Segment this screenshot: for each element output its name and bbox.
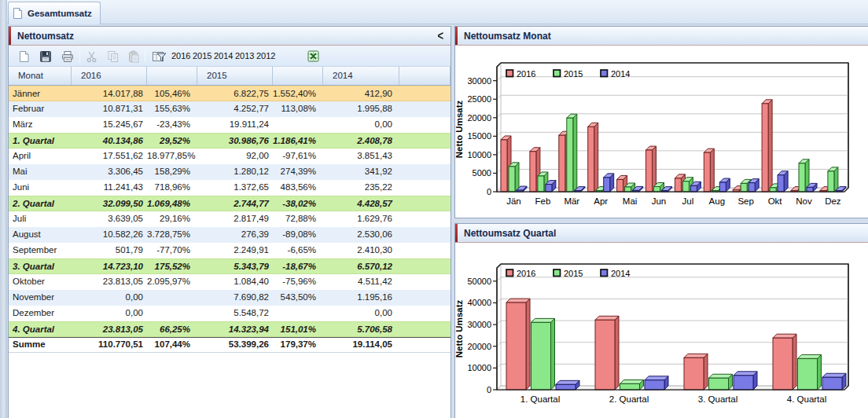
cell: 175,52% — [147, 259, 197, 273]
panel-nettoumsatz-quartal: Nettoumsatz Quartal 01000020000300004000… — [454, 223, 868, 418]
toolbar: 20162015201420132012 — [9, 46, 451, 67]
table-row-september[interactable]: September501,79-77,70%2.249,91-6,65%2.41… — [9, 243, 451, 258]
cell: 19.114,05 — [323, 338, 399, 352]
paste-button[interactable] — [127, 50, 141, 63]
cell: 113,08% — [273, 101, 323, 117]
cell: 0,00 — [323, 306, 399, 321]
cell: -23,43% — [147, 117, 197, 133]
cell — [399, 86, 451, 101]
table-row-4-quartal[interactable]: 4. Quartal23.813,0566,25%14.323,94151,01… — [9, 321, 451, 337]
svg-text:Netto Umsatz: Netto Umsatz — [455, 300, 464, 358]
svg-text:30000: 30000 — [467, 76, 491, 86]
column-header-pct4[interactable] — [273, 67, 323, 85]
copy-button[interactable] — [106, 50, 120, 63]
table-row-summe[interactable]: Summe110.770,51107,44%53.399,26179,37%19… — [9, 337, 451, 353]
table-row-november[interactable]: November0,007.690,82543,50%1.195,16 — [9, 290, 451, 306]
table-row-3-quartal[interactable]: 3. Quartal14.723,10175,52%5.343,79-18,67… — [9, 258, 451, 274]
column-header-Monat[interactable]: Monat — [9, 67, 72, 85]
table-row-mai[interactable]: Mai3.306,45158,29%1.280,12274,39%341,92 — [9, 164, 451, 180]
cell: 29,52% — [147, 134, 197, 148]
tab-label: Gesamtumsatz — [28, 9, 92, 18]
row-label: 2. Quartal — [9, 196, 72, 211]
svg-text:2016: 2016 — [517, 69, 535, 79]
cell: 3.306,45 — [72, 164, 147, 180]
svg-text:2016: 2016 — [517, 269, 535, 278]
cell: 155,63% — [147, 101, 197, 117]
column-header-pct6[interactable] — [399, 67, 451, 85]
print-button[interactable] — [61, 50, 75, 63]
table-row-dezember[interactable]: Dezember0,005.548,720,00 — [9, 306, 451, 321]
excel-export-button[interactable] — [306, 50, 320, 63]
cell — [399, 243, 451, 258]
save-button[interactable] — [39, 50, 53, 63]
cell: 2.744,77 — [197, 196, 273, 211]
cut-button[interactable] — [84, 50, 98, 63]
table-row-august[interactable]: August10.582,263.728,75%276,39-89,08%2.5… — [9, 227, 451, 243]
table-row-oktober[interactable]: Oktober23.813,052.095,97%1.084,40-75,96%… — [9, 274, 451, 290]
column-header-pct2[interactable] — [147, 67, 197, 85]
table-row-2-quartal[interactable]: 2. Quartal32.099,501.069,48%2.744,77-38,… — [9, 196, 451, 211]
table-row-j-nner[interactable]: Jänner14.017,88105,46%6.822,751.552,40%4… — [9, 86, 451, 101]
cell: 501,79 — [72, 243, 147, 258]
cell — [399, 117, 451, 133]
cell: 5.706,58 — [323, 322, 399, 336]
panel-title: Nettoumsatz Monat — [464, 31, 551, 42]
cell: 5.548,72 — [197, 306, 273, 321]
year-button-2015[interactable]: 2015 — [193, 51, 211, 60]
svg-text:10000: 10000 — [467, 150, 491, 160]
table-row-juli[interactable]: Juli3.639,0529,16%2.817,4972,88%1.629,76 — [9, 211, 451, 227]
cell: 23.813,05 — [72, 274, 147, 290]
row-label: Mai — [9, 164, 72, 180]
cell — [399, 180, 451, 196]
year-button-2014[interactable]: 2014 — [214, 51, 233, 60]
column-header-2014[interactable]: 2014 — [323, 67, 399, 85]
column-header-2015[interactable]: 2015 — [197, 67, 273, 85]
cell: 2.410,30 — [323, 243, 399, 258]
table-row-april[interactable]: April17.551,6218.977,85%92,00-97,61%3.85… — [9, 148, 451, 164]
cell: 66,25% — [147, 322, 197, 336]
cell: 29,16% — [147, 211, 197, 227]
collapse-panel-icon[interactable]: < — [437, 28, 443, 43]
cell: 2.530,06 — [323, 227, 399, 243]
table-row-februar[interactable]: Februar10.871,31155,63%4.252,77113,08%1.… — [9, 101, 451, 117]
cell — [399, 227, 451, 243]
table-row-1-quartal[interactable]: 1. Quartal40.134,8629,52%30.986,761.186,… — [9, 133, 451, 148]
svg-text:40000: 40000 — [467, 298, 491, 307]
table-row-m-rz[interactable]: März15.245,67-23,43%19.911,240,00 — [9, 117, 451, 133]
svg-text:2. Quartal: 2. Quartal — [609, 394, 649, 404]
cell — [147, 290, 197, 306]
svg-text:Mär: Mär — [564, 196, 579, 206]
svg-text:Aug: Aug — [709, 196, 725, 206]
svg-text:2014: 2014 — [611, 269, 630, 278]
filter-button[interactable] — [151, 50, 168, 63]
cell: 274,39% — [273, 164, 323, 180]
cell: 53.399,26 — [197, 338, 273, 352]
cell: 0,00 — [323, 117, 399, 133]
cell: -6,65% — [273, 243, 323, 258]
cell: 1.186,41% — [273, 134, 323, 148]
svg-text:Feb: Feb — [535, 196, 550, 206]
copy-icon — [107, 50, 120, 63]
table-row-juni[interactable]: Juni11.241,43718,96%1.372,65483,56%235,2… — [9, 180, 451, 196]
cell: 2.408,78 — [323, 134, 399, 148]
column-header-2016[interactable]: 2016 — [72, 67, 147, 85]
svg-text:Mai: Mai — [623, 196, 638, 206]
cell: 18.977,85% — [147, 148, 197, 164]
svg-text:4. Quartal: 4. Quartal — [787, 394, 827, 404]
year-button-2012[interactable]: 2012 — [256, 51, 275, 60]
row-label: 1. Quartal — [9, 134, 72, 148]
tab-gesamtumsatz[interactable]: Gesamtumsatz — [8, 2, 101, 24]
year-button-2016[interactable]: 2016 — [171, 51, 190, 60]
year-button-2013[interactable]: 2013 — [235, 51, 254, 60]
cell: 1.069,48% — [147, 196, 197, 211]
cell: 17.551,62 — [72, 148, 147, 164]
paste-icon — [127, 50, 140, 63]
panel-nettoumsatz: Nettoumsatz < — [8, 26, 451, 418]
svg-text:15000: 15000 — [467, 131, 491, 141]
row-label: Juli — [9, 211, 72, 227]
new-document-button[interactable] — [17, 50, 31, 63]
svg-text:0: 0 — [487, 187, 491, 196]
svg-text:30000: 30000 — [467, 320, 491, 329]
cell: 0,00 — [72, 290, 147, 306]
row-label: Summe — [9, 338, 72, 352]
